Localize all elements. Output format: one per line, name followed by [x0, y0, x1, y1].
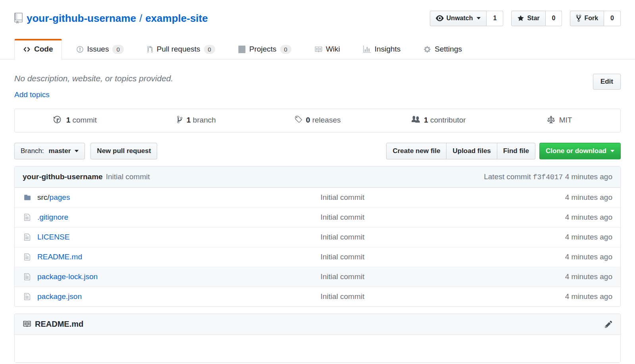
caret-down-icon	[75, 150, 79, 152]
row-age: 4 minutes ago	[565, 253, 612, 261]
branch-label: Branch:	[21, 147, 44, 155]
file-link[interactable]: LICENSE	[37, 233, 69, 241]
stars-count[interactable]: 0	[546, 11, 562, 26]
repo-title: your-github-username / example-site	[14, 12, 430, 25]
watch-group: Unwatch 1	[430, 11, 504, 26]
file-actions-group: Create new file Upload files Find file	[386, 143, 535, 159]
latest-commit-bar: your-github-username Initial commit Late…	[15, 167, 620, 188]
star-label: Star	[527, 14, 539, 23]
releases-stat[interactable]: 0 releases	[257, 109, 378, 132]
tab-issues-label: Issues	[87, 45, 109, 54]
file-link[interactable]: README.md	[37, 253, 82, 261]
readme-title: README.md	[35, 320, 83, 329]
fork-group: Fork 0	[570, 11, 621, 26]
releases-count: 0	[306, 116, 310, 124]
file-link[interactable]: .gitignore	[37, 213, 68, 222]
pull-request-icon	[147, 46, 153, 53]
branch-icon	[177, 115, 183, 126]
tab-wiki[interactable]: Wiki	[306, 39, 349, 59]
clone-or-download-label: Clone or download	[546, 147, 606, 155]
edit-button[interactable]: Edit	[593, 74, 621, 90]
repo-header: your-github-username / example-site Unwa…	[14, 11, 621, 26]
table-row: README.md Initial commit 4 minutes ago	[15, 247, 620, 267]
latest-commit-info: Latest commit f3f4017 4 minutes ago	[484, 172, 612, 181]
create-new-file-button[interactable]: Create new file	[386, 143, 446, 159]
caret-down-icon	[477, 17, 481, 19]
row-commit-message[interactable]: Initial commit	[320, 292, 565, 301]
repo-name-link[interactable]: example-site	[145, 12, 208, 25]
repo-actions: Unwatch 1 Star 0 Fo	[430, 11, 621, 26]
fork-label: Fork	[584, 14, 598, 23]
latest-commit-label: Latest commit	[484, 172, 533, 181]
project-icon	[238, 46, 246, 53]
commit-author-link[interactable]: your-github-username	[23, 172, 103, 181]
readme-body	[15, 335, 620, 362]
table-row: package-lock.json Initial commit 4 minut…	[15, 267, 620, 287]
readme-header: README.md	[15, 314, 620, 335]
file-icon	[23, 293, 32, 301]
branch-name: master	[49, 147, 71, 155]
unwatch-label: Unwatch	[446, 14, 473, 23]
file-link[interactable]: package-lock.json	[37, 272, 98, 281]
tab-settings-label: Settings	[435, 45, 462, 54]
directory-link[interactable]: pages	[50, 193, 70, 202]
graph-icon	[363, 46, 371, 53]
license-stat[interactable]: MIT	[499, 109, 620, 132]
commits-stat[interactable]: 1 commit	[15, 109, 136, 132]
directory-path-prefix[interactable]: src/	[37, 193, 50, 202]
pencil-icon[interactable]	[605, 320, 612, 328]
law-icon	[547, 115, 555, 126]
commits-count: 1	[66, 116, 71, 124]
contributors-count: 1	[424, 116, 428, 124]
branches-label: branch	[193, 116, 216, 124]
row-commit-message[interactable]: Initial commit	[320, 272, 565, 281]
table-row: src/pages Initial commit 4 minutes ago	[15, 188, 620, 207]
tab-settings[interactable]: Settings	[415, 39, 471, 59]
fork-button[interactable]: Fork	[570, 11, 604, 26]
latest-commit-age: 4 minutes ago	[563, 172, 612, 181]
tab-issues[interactable]: Issues 0	[67, 39, 133, 59]
file-link[interactable]: package.json	[37, 292, 82, 301]
row-commit-message[interactable]: Initial commit	[320, 213, 565, 222]
tab-code[interactable]: Code	[14, 39, 62, 59]
tab-insights[interactable]: Insights	[354, 39, 409, 59]
history-icon	[54, 115, 62, 126]
row-commit-message[interactable]: Initial commit	[320, 233, 565, 241]
star-group: Star 0	[511, 11, 562, 26]
commit-hash-link[interactable]: f3f4017	[533, 173, 563, 181]
row-commit-message[interactable]: Initial commit	[320, 193, 565, 202]
new-pull-request-button[interactable]: New pull request	[90, 143, 157, 159]
tab-pull-requests[interactable]: Pull requests 0	[138, 39, 224, 59]
branch-select-button[interactable]: Branch: master	[14, 143, 85, 159]
file-icon	[23, 253, 32, 261]
upload-files-button[interactable]: Upload files	[446, 143, 497, 159]
fork-icon	[576, 14, 581, 22]
star-button[interactable]: Star	[511, 11, 545, 26]
branches-count: 1	[187, 116, 191, 124]
watchers-count[interactable]: 1	[487, 11, 503, 26]
tab-projects[interactable]: Projects 0	[229, 39, 300, 59]
clone-or-download-button[interactable]: Clone or download	[539, 143, 621, 159]
add-topics-link[interactable]: Add topics	[14, 90, 50, 99]
tab-wiki-label: Wiki	[326, 45, 340, 54]
issues-counter: 0	[112, 45, 123, 54]
unwatch-button[interactable]: Unwatch	[430, 11, 487, 26]
row-age: 4 minutes ago	[565, 272, 612, 281]
repo-description: No description, website, or topics provi…	[14, 74, 593, 83]
row-commit-message[interactable]: Initial commit	[320, 253, 565, 261]
branches-stat[interactable]: 1 branch	[136, 109, 257, 132]
forks-count[interactable]: 0	[604, 11, 621, 26]
table-row: .gitignore Initial commit 4 minutes ago	[15, 207, 620, 227]
file-icon	[23, 273, 32, 281]
book-icon	[23, 320, 31, 328]
find-file-button[interactable]: Find file	[497, 143, 535, 159]
row-age: 4 minutes ago	[565, 213, 612, 222]
file-icon	[23, 213, 32, 221]
contributors-stat[interactable]: 1 contributor	[378, 109, 499, 132]
repo-owner-link[interactable]: your-github-username	[27, 12, 136, 25]
star-icon	[517, 15, 524, 22]
projects-counter: 0	[280, 45, 291, 54]
repo-icon	[14, 13, 23, 24]
commit-message-link[interactable]: Initial commit	[106, 172, 150, 181]
commits-label: commit	[73, 116, 97, 124]
